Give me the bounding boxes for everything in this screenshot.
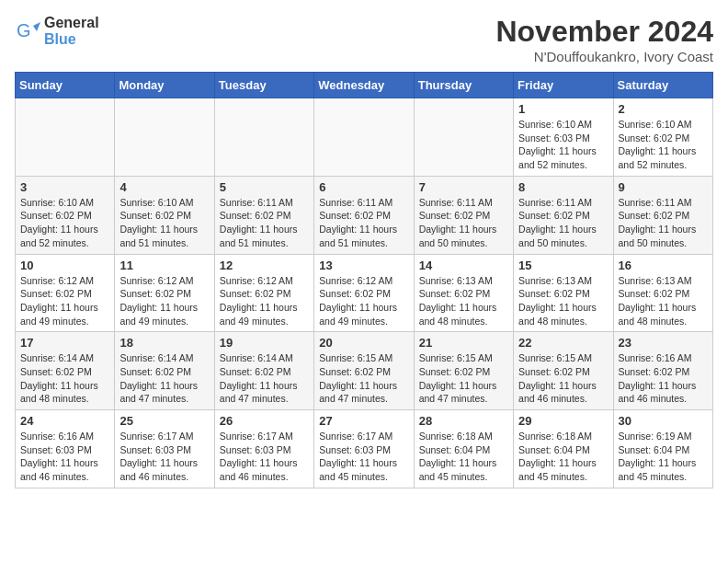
day-number: 7 [419,180,508,194]
day-info: Sunrise: 6:15 AMSunset: 6:02 PMDaylight:… [319,351,408,406]
day-info: Sunrise: 6:18 AMSunset: 6:04 PMDaylight:… [419,430,508,484]
calendar-cell: 30Sunrise: 6:19 AMSunset: 6:04 PMDayligh… [613,410,712,488]
day-info: Sunrise: 6:14 AMSunset: 6:02 PMDaylight:… [20,351,109,406]
day-info: Sunrise: 6:11 AMSunset: 6:02 PMDaylight:… [220,196,309,250]
day-number: 18 [119,336,209,350]
calendar-cell: 17Sunrise: 6:14 AMSunset: 6:02 PMDayligh… [16,332,115,410]
day-number: 23 [619,336,708,350]
day-number: 16 [619,259,708,272]
day-number: 6 [319,180,408,194]
day-number: 22 [518,336,608,350]
logo-icon: G [15,18,40,44]
day-number: 17 [20,336,109,350]
calendar-cell: 5Sunrise: 6:11 AMSunset: 6:02 PMDaylight… [214,176,313,254]
svg-marker-1 [33,22,40,31]
day-info: Sunrise: 6:13 AMSunset: 6:02 PMDaylight:… [619,274,708,328]
day-number: 21 [419,336,508,350]
title-area: November 2024 N'Douffoukankro, Ivory Coa… [495,15,713,64]
day-number: 11 [119,259,209,272]
day-info: Sunrise: 6:11 AMSunset: 6:02 PMDaylight:… [619,196,708,250]
day-info: Sunrise: 6:15 AMSunset: 6:02 PMDaylight:… [518,351,608,406]
day-info: Sunrise: 6:10 AMSunset: 6:03 PMDaylight:… [518,118,608,172]
day-info: Sunrise: 6:18 AMSunset: 6:04 PMDaylight:… [518,430,608,484]
calendar-cell: 12Sunrise: 6:12 AMSunset: 6:02 PMDayligh… [214,254,313,332]
day-info: Sunrise: 6:12 AMSunset: 6:02 PMDaylight:… [220,274,309,328]
day-number: 15 [518,259,608,272]
day-number: 5 [220,180,309,194]
day-info: Sunrise: 6:17 AMSunset: 6:03 PMDaylight:… [220,430,309,484]
calendar-week-1: 3Sunrise: 6:10 AMSunset: 6:02 PMDaylight… [16,176,713,254]
header-day-monday: Monday [115,73,214,98]
calendar-cell: 25Sunrise: 6:17 AMSunset: 6:03 PMDayligh… [115,410,214,488]
day-info: Sunrise: 6:11 AMSunset: 6:02 PMDaylight:… [319,196,408,250]
header: G General Blue November 2024 N'Douffouka… [15,15,713,64]
day-number: 4 [119,180,209,194]
calendar-cell: 29Sunrise: 6:18 AMSunset: 6:04 PMDayligh… [514,410,613,488]
day-number: 26 [220,414,309,428]
calendar-cell [115,98,214,177]
header-day-tuesday: Tuesday [214,73,313,98]
header-day-saturday: Saturday [613,73,712,98]
calendar-cell: 9Sunrise: 6:11 AMSunset: 6:02 PMDaylight… [613,176,712,254]
calendar-cell: 3Sunrise: 6:10 AMSunset: 6:02 PMDaylight… [16,176,115,254]
day-number: 3 [20,180,109,194]
calendar-cell: 28Sunrise: 6:18 AMSunset: 6:04 PMDayligh… [414,410,513,488]
day-number: 30 [619,414,708,428]
calendar-cell: 19Sunrise: 6:14 AMSunset: 6:02 PMDayligh… [214,332,313,410]
day-info: Sunrise: 6:14 AMSunset: 6:02 PMDaylight:… [119,351,209,406]
calendar-cell: 8Sunrise: 6:11 AMSunset: 6:02 PMDaylight… [514,176,613,254]
day-info: Sunrise: 6:17 AMSunset: 6:03 PMDaylight:… [119,430,209,484]
calendar-cell: 22Sunrise: 6:15 AMSunset: 6:02 PMDayligh… [514,332,613,410]
calendar-header-row: SundayMondayTuesdayWednesdayThursdayFrid… [16,73,713,98]
day-number: 12 [220,259,309,272]
day-info: Sunrise: 6:12 AMSunset: 6:02 PMDaylight:… [119,274,209,328]
header-day-friday: Friday [514,73,613,98]
calendar-cell: 2Sunrise: 6:10 AMSunset: 6:02 PMDaylight… [613,98,712,177]
calendar-cell: 10Sunrise: 6:12 AMSunset: 6:02 PMDayligh… [16,254,115,332]
svg-text:G: G [17,20,31,40]
day-number: 1 [518,102,608,116]
calendar-cell: 23Sunrise: 6:16 AMSunset: 6:02 PMDayligh… [613,332,712,410]
day-info: Sunrise: 6:15 AMSunset: 6:02 PMDaylight:… [419,351,508,406]
day-number: 10 [20,259,109,272]
day-info: Sunrise: 6:12 AMSunset: 6:02 PMDaylight:… [20,274,109,328]
day-number: 9 [619,180,708,194]
calendar-cell: 15Sunrise: 6:13 AMSunset: 6:02 PMDayligh… [514,254,613,332]
calendar-cell: 24Sunrise: 6:16 AMSunset: 6:03 PMDayligh… [16,410,115,488]
calendar-week-3: 17Sunrise: 6:14 AMSunset: 6:02 PMDayligh… [16,332,713,410]
day-number: 14 [419,259,508,272]
day-number: 25 [119,414,209,428]
day-number: 28 [419,414,508,428]
calendar-cell: 6Sunrise: 6:11 AMSunset: 6:02 PMDaylight… [314,176,414,254]
calendar-cell [16,98,115,177]
calendar-week-2: 10Sunrise: 6:12 AMSunset: 6:02 PMDayligh… [16,254,713,332]
calendar-cell: 18Sunrise: 6:14 AMSunset: 6:02 PMDayligh… [115,332,214,410]
calendar-week-4: 24Sunrise: 6:16 AMSunset: 6:03 PMDayligh… [16,410,713,488]
header-day-wednesday: Wednesday [314,73,414,98]
calendar-cell: 20Sunrise: 6:15 AMSunset: 6:02 PMDayligh… [314,332,414,410]
day-info: Sunrise: 6:10 AMSunset: 6:02 PMDaylight:… [119,196,209,250]
day-info: Sunrise: 6:12 AMSunset: 6:02 PMDaylight:… [319,274,408,328]
day-info: Sunrise: 6:17 AMSunset: 6:03 PMDaylight:… [319,430,408,484]
logo: G General Blue [15,15,99,48]
day-number: 13 [319,259,408,272]
calendar-cell: 16Sunrise: 6:13 AMSunset: 6:02 PMDayligh… [613,254,712,332]
logo-blue: Blue [44,31,76,47]
day-info: Sunrise: 6:10 AMSunset: 6:02 PMDaylight:… [619,118,708,172]
calendar-cell: 26Sunrise: 6:17 AMSunset: 6:03 PMDayligh… [214,410,313,488]
calendar-cell [214,98,313,177]
day-number: 27 [319,414,408,428]
day-number: 24 [20,414,109,428]
day-info: Sunrise: 6:14 AMSunset: 6:02 PMDaylight:… [220,351,309,406]
day-number: 20 [319,336,408,350]
calendar-table: SundayMondayTuesdayWednesdayThursdayFrid… [15,72,713,488]
calendar-cell: 27Sunrise: 6:17 AMSunset: 6:03 PMDayligh… [314,410,414,488]
header-day-thursday: Thursday [414,73,513,98]
calendar-cell [314,98,414,177]
day-info: Sunrise: 6:19 AMSunset: 6:04 PMDaylight:… [619,430,708,484]
calendar-cell: 7Sunrise: 6:11 AMSunset: 6:02 PMDaylight… [414,176,513,254]
day-info: Sunrise: 6:16 AMSunset: 6:03 PMDaylight:… [20,430,109,484]
header-day-sunday: Sunday [16,73,115,98]
calendar-cell: 13Sunrise: 6:12 AMSunset: 6:02 PMDayligh… [314,254,414,332]
day-info: Sunrise: 6:16 AMSunset: 6:02 PMDaylight:… [619,351,708,406]
